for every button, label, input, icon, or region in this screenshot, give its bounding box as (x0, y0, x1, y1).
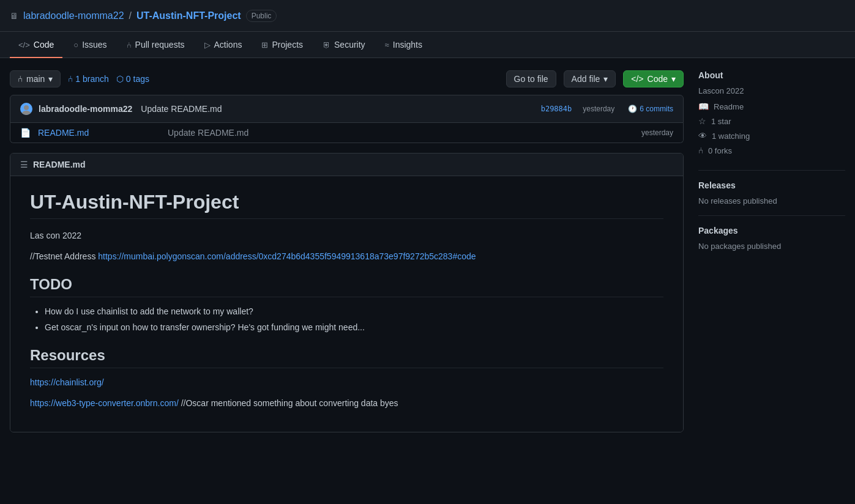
chevron-down-icon: ▾ (48, 74, 53, 84)
commits-link[interactable]: 🕐 6 commits (628, 105, 673, 113)
branch-bar: ⑃ main ▾ ⑃ 1 branch ⬡ 0 tags Go to file … (10, 70, 684, 87)
tab-issues-label: Issues (82, 40, 106, 50)
tag-icon: ⬡ (116, 74, 124, 84)
about-desc: Lascon 2022 (698, 86, 845, 95)
list-item: How do I use chainlist to add the networ… (45, 305, 663, 318)
topbar: 🖥 labradoodle-momma22 / UT-Austin-NFT-Pr… (0, 0, 855, 32)
code-label: Code (648, 74, 668, 84)
file-commit-message: Update README.md (168, 128, 634, 138)
fork-icon: ⑃ (698, 146, 703, 155)
file-icon: 📄 (20, 128, 31, 138)
tab-projects[interactable]: ⊞ Projects (253, 32, 312, 58)
branch-count-link[interactable]: ⑃ 1 branch (68, 74, 109, 84)
readme-body: UT-Austin-NFT-Project Las con 2022 //Tes… (10, 176, 683, 432)
tab-projects-label: Projects (272, 40, 303, 50)
readme-label: Readme (714, 102, 744, 111)
add-file-label: Add file (572, 74, 600, 84)
watching-item[interactable]: 👁 1 watching (698, 131, 845, 141)
insights-icon: ≈ (385, 40, 389, 50)
tab-issues[interactable]: ○ Issues (65, 32, 115, 58)
stars-item[interactable]: ☆ 1 star (698, 116, 845, 126)
packages-desc: No packages published (698, 242, 845, 251)
book-icon: 📖 (698, 102, 709, 111)
table-row: 📄 README.md Update README.md yesterday (10, 123, 683, 143)
converter-note: //Oscar mentioned something about conver… (181, 398, 398, 408)
list-item: Get oscar_n's input on how to transfer o… (45, 321, 663, 334)
readme-subtitle: Las con 2022 (30, 229, 663, 242)
readme-header: ☰ README.md (10, 154, 683, 176)
testnet-label: //Testnet Address (30, 251, 95, 261)
repo-title: labradoodle-momma22 / UT-Austin-NFT-Proj… (23, 10, 277, 22)
readme-title: README.md (33, 160, 86, 169)
readme-section: ☰ README.md UT-Austin-NFT-Project Las co… (10, 153, 684, 432)
releases-desc: No releases published (698, 196, 845, 206)
chainlist-link[interactable]: https://chainlist.org/ (30, 377, 104, 387)
readme-file-link[interactable]: README.md (38, 128, 89, 138)
resource-link-1: https://chainlist.org/ (30, 376, 663, 389)
tab-security-label: Security (334, 40, 365, 50)
monitor-icon: 🖥 (10, 11, 18, 21)
stars-label: 1 star (711, 117, 731, 126)
tag-count-link[interactable]: ⬡ 0 tags (116, 74, 149, 84)
commit-message[interactable]: Update README.md (141, 104, 222, 114)
commit-author[interactable]: labradoodle-momma22 (39, 104, 132, 114)
tab-code[interactable]: </> Code (10, 32, 62, 58)
releases-section: Releases No releases published (698, 180, 845, 216)
repo-separator: / (129, 10, 132, 21)
tab-pr-label: Pull requests (135, 40, 185, 50)
repo-owner[interactable]: labradoodle-momma22 (23, 10, 124, 21)
tab-actions-label: Actions (214, 40, 242, 50)
history-icon: 🕐 (628, 105, 637, 113)
nav-tabs: </> Code ○ Issues ⑃ Pull requests ▷ Acti… (0, 32, 855, 58)
pr-icon: ⑃ (127, 40, 132, 50)
branch-selector[interactable]: ⑃ main ▾ (10, 70, 61, 87)
file-time: yesterday (641, 128, 673, 137)
tab-actions[interactable]: ▷ Actions (196, 32, 251, 58)
forks-item[interactable]: ⑃ 0 forks (698, 146, 845, 155)
star-icon: ☆ (698, 116, 706, 126)
sidebar: About Lascon 2022 📖 Readme ☆ 1 star 👁 1 … (698, 70, 845, 432)
tab-code-label: Code (34, 40, 54, 50)
file-name[interactable]: README.md (38, 128, 160, 138)
tab-pull-requests[interactable]: ⑃ Pull requests (118, 32, 193, 58)
chevron-down-icon: ▾ (671, 74, 676, 84)
converter-link[interactable]: https://web3-type-converter.onbrn.com/ (30, 398, 179, 408)
commit-hash[interactable]: b29884b (541, 105, 572, 113)
branch-count[interactable]: 1 branch (75, 74, 109, 84)
svg-point-0 (24, 105, 29, 110)
code-button[interactable]: </> Code ▾ (623, 70, 684, 87)
commit-time: yesterday (583, 105, 614, 113)
svg-point-1 (22, 111, 31, 115)
file-table: 📄 README.md Update README.md yesterday (10, 123, 684, 143)
packages-section: Packages No packages published (698, 226, 845, 261)
go-to-file-button[interactable]: Go to file (506, 70, 556, 87)
eye-icon: 👁 (698, 131, 707, 141)
resource-link-2: https://web3-type-converter.onbrn.com/ /… (30, 396, 663, 410)
issues-icon: ○ (73, 40, 78, 50)
avatar (20, 103, 32, 115)
branch-fork-icon: ⑃ (68, 74, 73, 84)
tab-insights-label: Insights (393, 40, 422, 50)
watching-label: 1 watching (712, 132, 750, 141)
readme-link[interactable]: 📖 Readme (698, 102, 845, 111)
resources-heading: Resources (30, 347, 663, 368)
todo-heading: TODO (30, 276, 663, 297)
repo-content: ⑃ main ▾ ⑃ 1 branch ⬡ 0 tags Go to file … (10, 70, 684, 432)
commit-row: labradoodle-momma22 Update README.md b29… (10, 95, 684, 123)
list-icon: ☰ (20, 160, 28, 169)
packages-title: Packages (698, 226, 845, 235)
security-icon: ⛨ (323, 40, 330, 50)
readme-testnet: //Testnet Address https://mumbai.polygon… (30, 250, 663, 263)
forks-label: 0 forks (708, 146, 732, 155)
about-title: About (698, 70, 845, 80)
testnet-link[interactable]: https://mumbai.polygonscan.com/address/0… (98, 251, 476, 261)
chevron-down-icon: ▾ (603, 74, 608, 84)
readme-heading: UT-Austin-NFT-Project (30, 191, 663, 219)
tab-insights[interactable]: ≈ Insights (376, 32, 431, 58)
repo-name[interactable]: UT-Austin-NFT-Project (136, 10, 241, 21)
commits-count[interactable]: 6 commits (640, 105, 673, 113)
tab-security[interactable]: ⛨ Security (314, 32, 374, 58)
tag-count[interactable]: 0 tags (126, 74, 149, 84)
add-file-button[interactable]: Add file ▾ (564, 70, 616, 87)
releases-title: Releases (698, 180, 845, 190)
